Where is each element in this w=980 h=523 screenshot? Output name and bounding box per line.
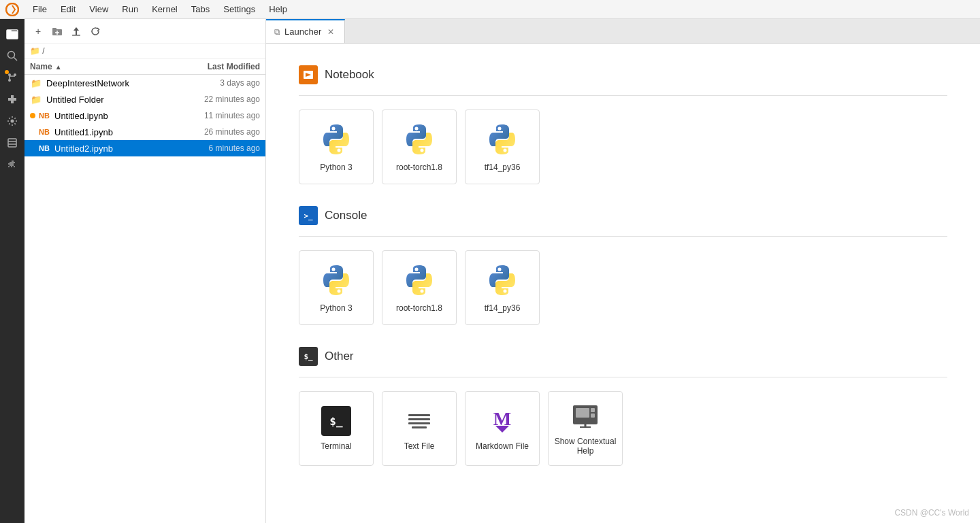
card-torch-nb-label: root-torch1.8 [396,163,442,172]
name-header-label: Name [30,62,52,71]
sort-arrow-icon: ▲ [55,63,62,71]
file-name-untitled2: Untitled2.ipynb [54,144,172,154]
card-markdown[interactable]: M Markdown File [465,391,540,466]
file-toolbar: + [24,19,265,44]
svg-rect-15 [72,35,80,36]
file-item-untitled2[interactable]: NB Untitled2.ipynb 6 minutes ago [24,140,265,156]
console-cards: Python 3 [299,250,947,325]
svg-rect-31 [576,408,589,418]
file-list: 📁 DeepInterestNetwork 3 days ago 📁 Untit… [24,75,265,523]
other-section-header: $_ Other [299,347,947,366]
card-terminal-label: Terminal [321,441,351,451]
notebook-section-header: Notebook [299,65,947,84]
card-terminal[interactable]: $_ Terminal [299,391,374,466]
sidebar-search-icon[interactable] [3,46,22,65]
card-py3-nb[interactable]: Python 3 [299,109,374,184]
folder-icon-deep: 📁 [30,77,42,89]
card-torch-nb[interactable]: root-torch1.8 [382,109,457,184]
status-dot-untitled [30,113,35,118]
card-torch-con-label: root-torch1.8 [396,303,442,313]
tab-launcher[interactable]: ⧉ Launcher ✕ [266,19,345,43]
menu-tabs[interactable]: Tabs [186,3,215,16]
file-name-untitled: Untitled.ipynb [54,111,172,121]
markdown-arrow-icon [495,426,509,433]
menubar: File Edit View Run Kernel Tabs Settings … [0,0,980,19]
col-modified-header[interactable]: Last Modified [172,62,260,71]
svg-line-5 [14,58,18,61]
menu-view[interactable]: View [84,3,114,16]
file-path: 📁 / [24,44,265,59]
svg-point-27 [421,290,424,293]
svg-point-29 [504,290,507,293]
svg-point-9 [11,120,14,123]
tab-launcher-icon: ⧉ [274,27,280,37]
new-folder-btn[interactable] [49,23,65,39]
notebook-icon-untitled2: NB [38,142,50,154]
card-textfile-label: Text File [404,441,435,451]
textfile-icon [404,406,434,436]
menu-file[interactable]: File [27,3,52,16]
notebook-cards: Python 3 [299,109,947,184]
card-textfile[interactable]: Text File [382,391,457,466]
menu-kernel[interactable]: Kernel [146,3,183,16]
console-section-title: Console [325,209,367,222]
file-modified-deep: 3 days ago [172,78,260,88]
new-file-btn[interactable]: + [30,23,46,39]
file-item-untitled[interactable]: NB Untitled.ipynb 11 minutes ago [24,107,265,124]
svg-point-18 [332,127,336,131]
sidebar-files-icon[interactable] [3,24,22,44]
icon-sidebar [0,19,24,523]
terminal-dollar-sign: $_ [329,415,342,428]
tab-bar: ⧉ Launcher ✕ [266,19,980,44]
file-panel: + 📁 / [24,19,266,523]
svg-point-19 [338,149,341,152]
card-torch-con[interactable]: root-torch1.8 [382,250,457,325]
main-layout: + 📁 / [0,19,980,523]
notebook-divider [299,95,947,96]
terminal-icon: $_ [321,406,351,436]
svg-point-25 [338,290,341,293]
menu-help[interactable]: Help [263,3,293,16]
file-name-deep: DeepInterestNetwork [46,78,172,88]
sidebar-notebook-icon[interactable] [3,133,22,152]
file-modified-untitled-folder: 22 minutes ago [172,95,260,104]
file-modified-untitled1: 26 minutes ago [172,127,260,137]
file-modified-untitled2: 6 minutes ago [172,144,260,153]
launcher: Notebook [266,44,980,523]
sidebar-extensions-icon[interactable] [3,90,22,109]
card-contextual[interactable]: Show Contextual Help [548,391,623,466]
col-name-header[interactable]: Name ▲ [30,62,172,71]
other-section-icon: $_ [299,347,318,366]
textfile-line-1 [408,414,430,416]
card-tf-nb[interactable]: tf14_py36 [465,109,540,184]
card-py3-con-label: Python 3 [320,303,352,313]
notebook-icon-untitled: NB [38,109,50,122]
svg-point-8 [8,79,11,82]
menu-edit[interactable]: Edit [55,3,81,16]
other-section-title: Other [325,350,354,363]
card-py3-con[interactable]: Python 3 [299,250,374,325]
sidebar-settings-icon[interactable] [3,112,22,131]
tab-close-launcher[interactable]: ✕ [325,27,336,37]
markdown-icon: M [487,406,517,436]
card-markdown-label: Markdown File [476,441,529,451]
other-divider [299,377,947,377]
svg-point-24 [332,268,336,271]
card-tf-nb-label: tf14_py36 [485,163,521,172]
sidebar-git-icon[interactable] [3,68,22,87]
refresh-btn[interactable] [87,23,103,39]
menu-run[interactable]: Run [116,3,144,16]
svg-point-28 [498,268,502,271]
upload-btn[interactable] [68,23,84,39]
menu-settings[interactable]: Settings [218,3,261,16]
svg-point-20 [415,127,419,131]
sidebar-puzzle-icon[interactable] [3,155,22,174]
file-item-untitled1[interactable]: NB Untitled1.ipynb 26 minutes ago [24,124,265,140]
file-item-deep[interactable]: 📁 DeepInterestNetwork 3 days ago [24,75,265,91]
path-root: 📁 / [30,46,45,56]
card-tf-con[interactable]: tf14_py36 [465,250,540,325]
textfile-line-4 [412,426,427,428]
notebook-section-title: Notebook [325,68,374,82]
notebook-section-icon [299,65,318,84]
file-item-untitled-folder[interactable]: 📁 Untitled Folder 22 minutes ago [24,91,265,107]
